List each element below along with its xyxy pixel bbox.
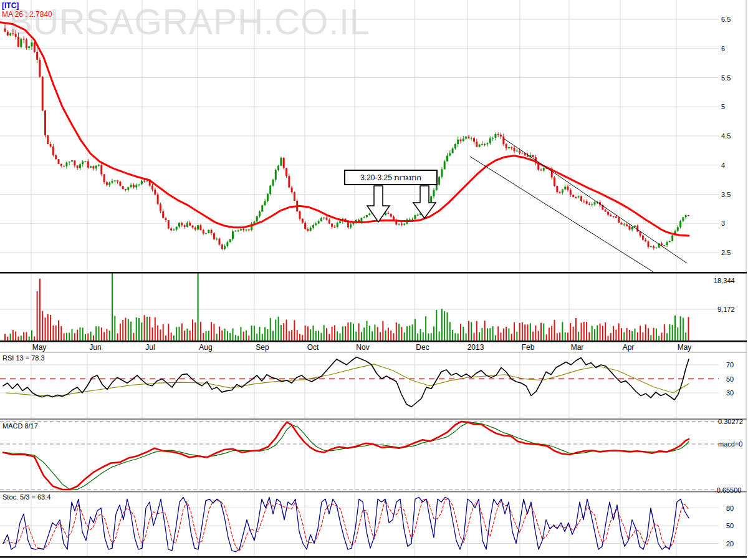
chart-page: BURSAGRAPH.CO.IL [ITC] MA 26 : 2.7840 18…	[0, 0, 748, 560]
down-arrow-icon	[367, 186, 390, 222]
annotation-arrows-layer	[0, 0, 748, 560]
down-arrow-icon	[413, 186, 436, 218]
